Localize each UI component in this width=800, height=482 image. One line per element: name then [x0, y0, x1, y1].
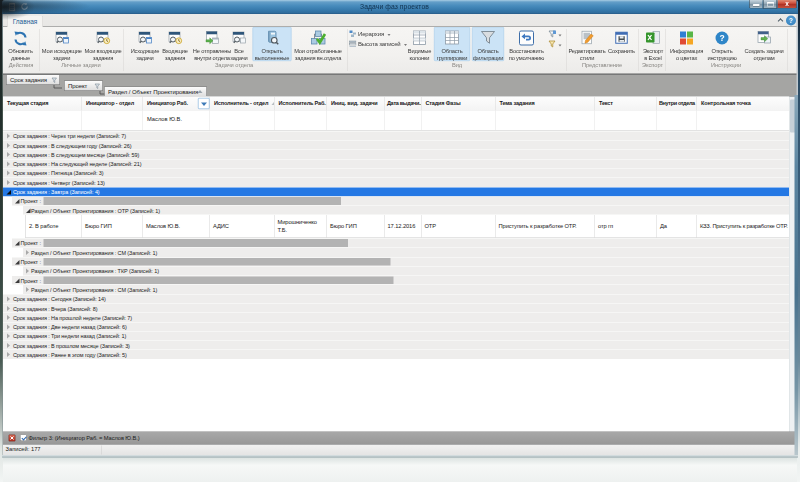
svg-text:?: ?: [719, 33, 724, 43]
